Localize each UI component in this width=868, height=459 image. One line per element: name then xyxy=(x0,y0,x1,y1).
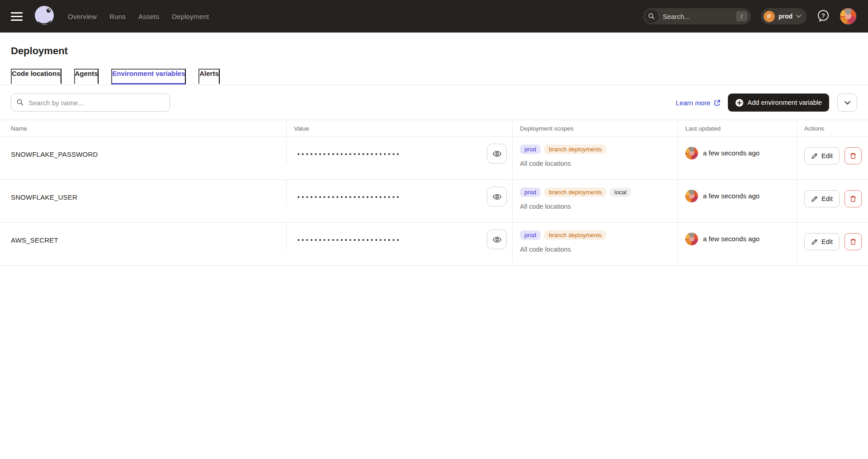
scope-badge-prod: prod xyxy=(520,230,541,240)
svg-text:?: ? xyxy=(821,12,825,19)
add-environment-variable-button[interactable]: Add environment variable xyxy=(728,94,829,112)
code-locations-label: All code locations xyxy=(520,246,678,253)
delete-button[interactable] xyxy=(844,147,862,164)
deployment-scopes-cell: prodbranch deployments All code location… xyxy=(512,137,678,179)
table-row: SNOWFLAKE_PASSWORD •••••••••••••••••••••… xyxy=(0,137,868,180)
hamburger-menu-button[interactable] xyxy=(11,12,23,21)
add-variable-dropdown-button[interactable] xyxy=(837,94,857,112)
scope-badge-prod: prod xyxy=(520,145,541,154)
reveal-value-button[interactable] xyxy=(487,144,507,164)
app-window: Overview Runs Assets Deployment Search..… xyxy=(0,0,868,459)
topbar-right: Search... / P prod ? xyxy=(643,8,856,24)
edit-button[interactable]: Edit xyxy=(804,233,840,250)
tab-code-locations[interactable]: Code locations xyxy=(11,69,61,84)
scope-badge-branch-deployments: branch deployments xyxy=(544,187,606,197)
env-var-name: SNOWFLAKE_PASSWORD xyxy=(0,137,286,179)
help-button[interactable]: ? xyxy=(816,9,830,23)
masked-value: •••••••••••••••••••••••• xyxy=(297,236,401,243)
global-search-placeholder: Search... xyxy=(663,13,690,20)
dagster-logo[interactable] xyxy=(33,4,56,29)
search-by-name-input[interactable] xyxy=(11,94,170,112)
trash-icon xyxy=(849,152,857,159)
trash-icon xyxy=(849,238,857,245)
editor-avatar xyxy=(685,147,698,159)
envvar-toolbar: Learn more Add environment variable xyxy=(0,85,868,120)
nav-item-deployment[interactable]: Deployment xyxy=(172,13,209,20)
learn-more-link[interactable]: Learn more xyxy=(676,99,721,107)
search-icon xyxy=(645,9,658,23)
last-updated-text: a few seconds ago xyxy=(703,233,760,243)
search-shortcut-key: / xyxy=(736,11,747,21)
delete-button[interactable] xyxy=(844,190,862,207)
page-title: Deployment xyxy=(11,45,857,57)
plus-circle-icon xyxy=(735,98,744,107)
reveal-value-button[interactable] xyxy=(487,230,507,249)
edit-button-label: Edit xyxy=(821,238,833,245)
topbar: Overview Runs Assets Deployment Search..… xyxy=(0,0,868,33)
table-header-row: Name Value Deployment scopes Last update… xyxy=(0,120,868,137)
page-header: Deployment xyxy=(0,33,868,57)
scope-badge-local: local xyxy=(610,187,631,197)
edit-button[interactable]: Edit xyxy=(804,190,840,207)
edit-button-label: Edit xyxy=(821,195,833,202)
scope-badge-branch-deployments: branch deployments xyxy=(544,145,606,154)
table-row: AWS_SECRET •••••••••••••••••••••••• prod… xyxy=(0,223,868,266)
editor-avatar xyxy=(685,190,698,202)
last-updated-cell: a few seconds ago xyxy=(678,180,797,222)
env-var-name: AWS_SECRET xyxy=(0,223,286,265)
eye-icon xyxy=(492,149,502,159)
pencil-icon xyxy=(811,153,818,159)
search-icon xyxy=(16,98,24,108)
external-link-icon xyxy=(714,99,721,106)
scope-badges: prodbranch deploymentslocal xyxy=(520,187,678,197)
actions-cell: Edit xyxy=(797,137,868,179)
nav-item-overview[interactable]: Overview xyxy=(68,13,97,20)
env-var-name: SNOWFLAKE_USER xyxy=(0,180,286,222)
edit-button[interactable]: Edit xyxy=(804,147,840,164)
tab-agents[interactable]: Agents xyxy=(74,69,99,84)
dagster-octopus-icon xyxy=(33,4,56,29)
trash-icon xyxy=(849,195,857,202)
deployment-initial-badge: P xyxy=(764,11,775,22)
last-updated-cell: a few seconds ago xyxy=(678,137,797,179)
nav-item-assets[interactable]: Assets xyxy=(138,13,159,20)
column-header-deployment-scopes: Deployment scopes xyxy=(512,120,678,136)
deployment-switcher-label: prod xyxy=(778,13,793,20)
help-icon: ? xyxy=(816,9,830,23)
masked-value: •••••••••••••••••••••••• xyxy=(297,193,401,200)
pencil-icon xyxy=(811,196,818,202)
actions-cell: Edit xyxy=(797,223,868,265)
scope-badge-prod: prod xyxy=(520,187,541,197)
nav-item-runs[interactable]: Runs xyxy=(109,13,126,20)
reveal-value-button[interactable] xyxy=(487,187,507,206)
eye-icon xyxy=(492,192,502,201)
deployment-switcher[interactable]: P prod xyxy=(761,8,807,24)
column-header-last-updated: Last updated xyxy=(678,120,797,136)
environment-variables-table: Name Value Deployment scopes Last update… xyxy=(0,120,868,266)
last-updated-text: a few seconds ago xyxy=(703,190,760,200)
toolbar-right: Learn more Add environment variable xyxy=(676,94,857,112)
value-cell: •••••••••••••••••••••••• xyxy=(286,223,512,250)
global-search[interactable]: Search... / xyxy=(643,8,751,24)
value-cell: •••••••••••••••••••••••• xyxy=(286,137,512,164)
tab-alerts[interactable]: Alerts xyxy=(198,69,220,84)
delete-button[interactable] xyxy=(844,233,862,250)
table-row: SNOWFLAKE_USER •••••••••••••••••••••••• … xyxy=(0,180,868,223)
last-updated-text: a few seconds ago xyxy=(703,147,760,157)
scope-badge-branch-deployments: branch deployments xyxy=(544,230,606,240)
scope-badges: prodbranch deployments xyxy=(520,230,678,240)
scope-badges: prodbranch deployments xyxy=(520,145,678,154)
edit-button-label: Edit xyxy=(821,152,833,159)
code-locations-label: All code locations xyxy=(520,160,678,167)
chevron-down-icon xyxy=(796,14,801,18)
learn-more-label: Learn more xyxy=(676,99,711,107)
deployment-scopes-cell: prodbranch deployments All code location… xyxy=(512,223,678,265)
actions-cell: Edit xyxy=(797,180,868,222)
column-header-value: Value xyxy=(286,120,512,136)
add-button-label: Add environment variable xyxy=(748,99,822,106)
user-avatar[interactable] xyxy=(840,8,856,24)
chevron-down-icon xyxy=(844,101,850,105)
column-header-actions: Actions xyxy=(797,120,868,136)
pencil-icon xyxy=(811,239,818,245)
tab-environment-variables[interactable]: Environment variables xyxy=(111,69,186,84)
